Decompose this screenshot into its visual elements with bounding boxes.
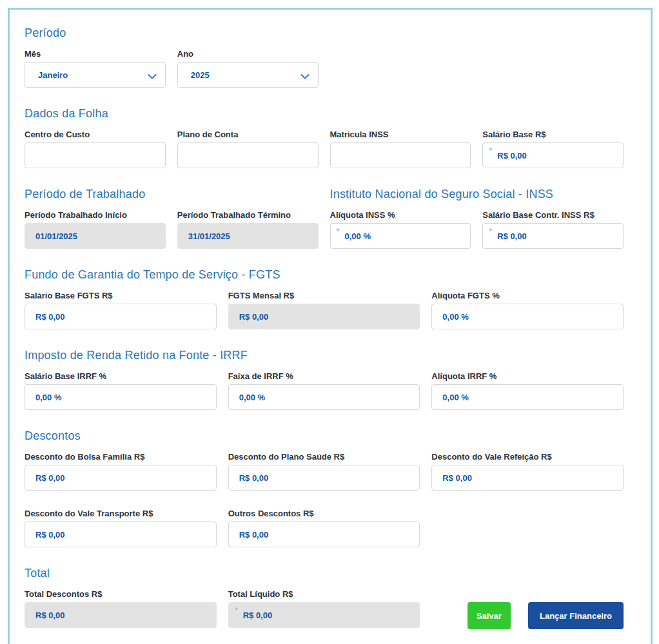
total-liquido-label: Total Líquido R$: [228, 589, 420, 599]
total-liquido-input: [228, 602, 420, 628]
field-plano-conta: Plano de Conta: [177, 130, 319, 168]
periodo-termino-label: Período Trabalhado Término: [177, 210, 319, 220]
field-desconto-bolsa-familia: Desconto do Bolsa Família R$: [25, 452, 217, 491]
section-title-dados-folha: Dados da Folha: [25, 107, 624, 121]
field-desconto-vale-transporte: Desconto do Vale Transporte R$: [25, 509, 217, 547]
desconto-plano-saude-input[interactable]: [228, 465, 420, 491]
desconto-vale-transporte-input[interactable]: [25, 522, 217, 547]
ano-label: Ano: [177, 49, 319, 59]
aliquota-irrf-input[interactable]: [431, 384, 624, 410]
desconto-vale-refeicao-input[interactable]: [431, 465, 624, 491]
faixa-irrf-input[interactable]: [228, 384, 420, 410]
desconto-vale-transporte-label: Desconto do Vale Transporte R$: [25, 509, 217, 518]
fgts-row: Salário Base FGTS R$ FGTS Mensal R$ Alíq…: [25, 291, 624, 329]
field-outros-descontos: Outros Descontos R$: [228, 509, 420, 547]
outros-descontos-input[interactable]: [228, 522, 420, 547]
periodo-termino-input: [177, 223, 319, 249]
field-ano: Ano 2025: [177, 49, 319, 88]
field-mes: Mês Janeiro: [25, 49, 166, 88]
section-title-inss: Instituto Nacional do Seguro Social - IN…: [330, 188, 624, 201]
salario-base-irrf-label: Salário Base IRRF %: [25, 371, 217, 381]
dados-folha-row: Centro de Custo Plano de Conta Matricula…: [25, 130, 624, 168]
periodo-inicio-label: Período Trabalhado Início: [25, 210, 166, 220]
field-desconto-vale-refeicao: Desconto do Vale Refeição R$: [431, 452, 624, 491]
mes-label: Mês: [25, 49, 166, 59]
section-title-fgts: Fundo de Garantia do Tempo de Serviço - …: [25, 268, 624, 282]
irrf-row: Salário Base IRRF % Faixa de IRRF % Alíq…: [25, 371, 624, 410]
salario-base-input[interactable]: [482, 142, 624, 168]
field-fgts-mensal: FGTS Mensal R$: [228, 291, 420, 329]
desconto-vale-refeicao-label: Desconto do Vale Refeição R$: [431, 452, 624, 462]
salario-base-label: Salário Base R$: [482, 130, 624, 139]
plano-conta-input[interactable]: [177, 142, 319, 168]
field-salario-base-irrf: Salário Base IRRF %: [25, 371, 217, 410]
faixa-irrf-label: Faixa de IRRF %: [228, 371, 420, 381]
periodo-row: Mês Janeiro Ano 2025: [25, 49, 624, 88]
field-total-descontos: Total Descontos R$: [25, 589, 217, 629]
matricula-inss-label: Matricula INSS: [330, 130, 471, 139]
desconto-plano-saude-label: Desconto do Plano Saúde R$: [228, 452, 420, 462]
aliquota-irrf-label: Alíquota IRRF %: [431, 371, 624, 381]
dual-section-headers: Período de Trabalhado Instituto Nacional…: [25, 188, 624, 201]
field-matricula-inss: Matricula INSS: [330, 130, 471, 168]
total-row: Total Descontos R$ Total Líquido R$ * Sa…: [25, 589, 624, 629]
launch-financial-button[interactable]: Lançar Financeiro: [528, 602, 624, 629]
plano-conta-label: Plano de Conta: [177, 130, 319, 139]
salario-base-fgts-label: Salário Base FGTS R$: [25, 291, 217, 300]
field-total-liquido: Total Líquido R$ *: [228, 589, 420, 629]
fgts-mensal-label: FGTS Mensal R$: [228, 291, 420, 300]
field-desconto-plano-saude: Desconto do Plano Saúde R$: [228, 452, 420, 491]
field-periodo-termino: Período Trabalhado Término: [177, 210, 319, 249]
field-salario-base-contr-inss: Salário Base Contr. INSS R$ *: [482, 210, 624, 249]
aliquota-inss-label: Alíquota INSS %: [330, 210, 471, 220]
section-title-descontos: Descontos: [25, 429, 624, 443]
total-descontos-input: [25, 602, 217, 628]
descontos-row-1: Desconto do Bolsa Família R$ Desconto do…: [25, 452, 624, 491]
field-faixa-irrf: Faixa de IRRF %: [228, 371, 420, 410]
payroll-form-panel: Período Mês Janeiro Ano 2025: [8, 8, 653, 644]
salario-base-contr-inss-input[interactable]: [482, 223, 624, 249]
aliquota-inss-input[interactable]: [330, 223, 471, 249]
ano-select[interactable]: 2025: [177, 62, 319, 88]
salario-base-contr-inss-label: Salário Base Contr. INSS R$: [482, 210, 624, 220]
desconto-bolsa-familia-input[interactable]: [25, 465, 217, 491]
matricula-inss-input[interactable]: [330, 142, 471, 168]
form-actions: Salvar Lançar Financeiro: [431, 589, 624, 629]
aliquota-fgts-input[interactable]: [431, 304, 624, 329]
salario-base-fgts-input[interactable]: [25, 304, 217, 329]
section-title-periodo: Período: [25, 26, 624, 40]
descontos-row-2: Desconto do Vale Transporte R$ Outros De…: [25, 509, 624, 547]
total-descontos-label: Total Descontos R$: [25, 589, 217, 599]
section-title-irrf: Imposto de Renda Retido na Fonte - IRRF: [25, 349, 624, 362]
periodo-trabalhado-inss-row: Período Trabalhado Início Período Trabal…: [25, 210, 624, 249]
centro-custo-input[interactable]: [25, 142, 166, 168]
centro-custo-label: Centro de Custo: [25, 130, 166, 139]
field-aliquota-inss: Alíquota INSS % *: [330, 210, 471, 249]
save-button[interactable]: Salvar: [467, 602, 511, 629]
field-salario-base: Salário Base R$ *: [482, 130, 624, 168]
field-aliquota-fgts: Alíquota FGTS %: [431, 291, 624, 329]
field-periodo-inicio: Período Trabalhado Início: [25, 210, 166, 249]
section-title-total: Total: [25, 567, 624, 580]
mes-select[interactable]: Janeiro: [25, 62, 166, 88]
periodo-inicio-input: [25, 223, 166, 249]
salario-base-irrf-input[interactable]: [25, 384, 217, 410]
desconto-bolsa-familia-label: Desconto do Bolsa Família R$: [25, 452, 217, 462]
aliquota-fgts-label: Alíquota FGTS %: [431, 291, 624, 300]
fgts-mensal-input: [228, 304, 420, 329]
outros-descontos-label: Outros Descontos R$: [228, 509, 420, 518]
field-centro-custo: Centro de Custo: [25, 130, 166, 168]
section-title-periodo-trabalhado: Período de Trabalhado: [25, 188, 319, 201]
field-aliquota-irrf: Alíquota IRRF %: [431, 371, 624, 410]
field-salario-base-fgts: Salário Base FGTS R$: [25, 291, 217, 329]
